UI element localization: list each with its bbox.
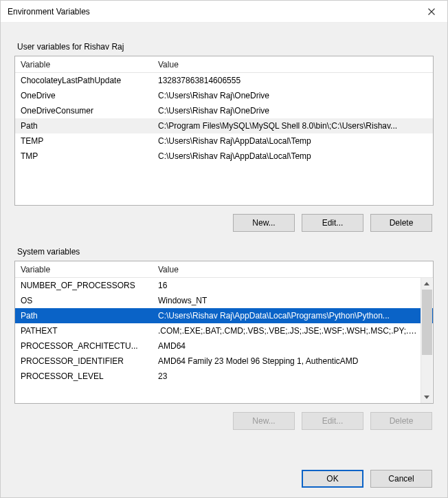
table-row[interactable]: PathC:\Users\Rishav Raj\AppData\Local\Pr… bbox=[15, 308, 433, 323]
cell-variable: PROCESSOR_IDENTIFIER bbox=[15, 354, 153, 368]
cell-value: C:\Users\Rishav Raj\OneDrive bbox=[153, 104, 433, 118]
cell-value: 16 bbox=[153, 279, 433, 292]
cell-value: C:\Users\Rishav Raj\AppData\Local\Progra… bbox=[153, 309, 433, 323]
system-col-value[interactable]: Value bbox=[153, 262, 433, 277]
chevron-up-icon bbox=[424, 282, 429, 285]
scroll-thumb[interactable] bbox=[422, 290, 432, 355]
user-button-row: New... Edit... Delete bbox=[16, 214, 432, 232]
footer-button-row: OK Cancel bbox=[14, 470, 434, 488]
user-col-value[interactable]: Value bbox=[153, 57, 433, 72]
cell-variable: ChocolateyLastPathUpdate bbox=[15, 74, 153, 87]
table-row[interactable]: TMPC:\Users\Rishav Raj\AppData\Local\Tem… bbox=[15, 149, 433, 164]
system-edit-button[interactable]: Edit... bbox=[302, 412, 363, 430]
cell-value: AMD64 bbox=[153, 339, 433, 353]
ok-button[interactable]: OK bbox=[302, 470, 363, 488]
system-vars-list[interactable]: Variable Value NUMBER_OF_PROCESSORS16OSW… bbox=[14, 261, 434, 404]
cell-value: 23 bbox=[153, 369, 433, 383]
table-row[interactable]: PATHEXT.COM;.EXE;.BAT;.CMD;.VBS;.VBE;.JS… bbox=[15, 323, 433, 338]
table-row[interactable]: PROCESSOR_IDENTIFIERAMD64 Family 23 Mode… bbox=[15, 354, 433, 369]
cell-value: 132837863814606555 bbox=[153, 74, 433, 87]
system-new-button[interactable]: New... bbox=[233, 412, 295, 430]
user-delete-button[interactable]: Delete bbox=[370, 214, 432, 232]
cell-value: .COM;.EXE;.BAT;.CMD;.VBS;.VBE;.JS;.JSE;.… bbox=[153, 324, 433, 338]
table-row[interactable]: PROCESSOR_LEVEL23 bbox=[15, 369, 433, 384]
cell-variable: NUMBER_OF_PROCESSORS bbox=[15, 279, 153, 292]
chevron-down-icon bbox=[424, 396, 429, 399]
dialog-body: User variables for Rishav Raj Variable V… bbox=[1, 23, 447, 497]
table-row[interactable]: NUMBER_OF_PROCESSORS16 bbox=[15, 278, 433, 293]
system-scrollbar[interactable] bbox=[421, 278, 432, 403]
system-list-body: NUMBER_OF_PROCESSORS16OSWindows_NTPathC:… bbox=[15, 278, 433, 403]
system-delete-button[interactable]: Delete bbox=[370, 412, 432, 430]
env-vars-dialog: Environment Variables User variables for… bbox=[0, 0, 448, 498]
table-row[interactable]: PROCESSOR_ARCHITECTU...AMD64 bbox=[15, 338, 433, 354]
cell-variable: Path bbox=[15, 309, 153, 323]
cell-variable: TEMP bbox=[15, 134, 153, 148]
cell-variable: PROCESSOR_ARCHITECTU... bbox=[15, 339, 153, 353]
user-list-header[interactable]: Variable Value bbox=[15, 56, 433, 73]
cell-variable: TMP bbox=[15, 149, 153, 163]
table-row[interactable]: OneDriveC:\Users\Rishav Raj\OneDrive bbox=[15, 88, 433, 103]
table-row[interactable]: OSWindows_NT bbox=[15, 293, 433, 308]
system-list-header[interactable]: Variable Value bbox=[15, 261, 433, 278]
cell-value: C:\Users\Rishav Raj\AppData\Local\Temp bbox=[153, 134, 433, 148]
close-icon bbox=[428, 8, 435, 15]
cell-variable: PROCESSOR_LEVEL bbox=[15, 369, 153, 383]
scroll-down-arrow[interactable] bbox=[421, 391, 432, 403]
user-col-variable[interactable]: Variable bbox=[15, 57, 153, 72]
user-new-button[interactable]: New... bbox=[233, 214, 295, 232]
cell-variable: OS bbox=[15, 294, 153, 307]
cancel-button[interactable]: Cancel bbox=[370, 470, 432, 488]
user-edit-button[interactable]: Edit... bbox=[302, 214, 363, 232]
table-row[interactable]: PathC:\Program Files\MySQL\MySQL Shell 8… bbox=[15, 118, 433, 133]
cell-variable: OneDrive bbox=[15, 89, 153, 102]
table-row[interactable]: ChocolateyLastPathUpdate1328378638146065… bbox=[15, 73, 433, 88]
cell-value: C:\Users\Rishav Raj\OneDrive bbox=[153, 89, 433, 102]
user-vars-label: User variables for Rishav Raj bbox=[17, 42, 431, 52]
close-button[interactable] bbox=[417, 1, 446, 22]
cell-variable: PATHEXT bbox=[15, 324, 153, 338]
cell-value: Windows_NT bbox=[153, 294, 433, 307]
system-col-variable[interactable]: Variable bbox=[15, 262, 153, 277]
cell-value: AMD64 Family 23 Model 96 Stepping 1, Aut… bbox=[153, 354, 433, 368]
cell-variable: Path bbox=[15, 119, 153, 133]
table-row[interactable]: OneDriveConsumerC:\Users\Rishav Raj\OneD… bbox=[15, 103, 433, 118]
scroll-up-arrow[interactable] bbox=[421, 278, 432, 290]
user-list-body: ChocolateyLastPathUpdate1328378638146065… bbox=[15, 73, 433, 205]
system-vars-label: System variables bbox=[17, 247, 431, 257]
cell-value: C:\Program Files\MySQL\MySQL Shell 8.0\b… bbox=[153, 119, 433, 133]
window-title: Environment Variables bbox=[8, 7, 417, 17]
cell-value: C:\Users\Rishav Raj\AppData\Local\Temp bbox=[153, 149, 433, 163]
user-vars-list[interactable]: Variable Value ChocolateyLastPathUpdate1… bbox=[14, 56, 434, 206]
system-button-row: New... Edit... Delete bbox=[16, 412, 432, 430]
table-row[interactable]: TEMPC:\Users\Rishav Raj\AppData\Local\Te… bbox=[15, 133, 433, 149]
cell-variable: OneDriveConsumer bbox=[15, 104, 153, 118]
titlebar: Environment Variables bbox=[1, 1, 447, 23]
